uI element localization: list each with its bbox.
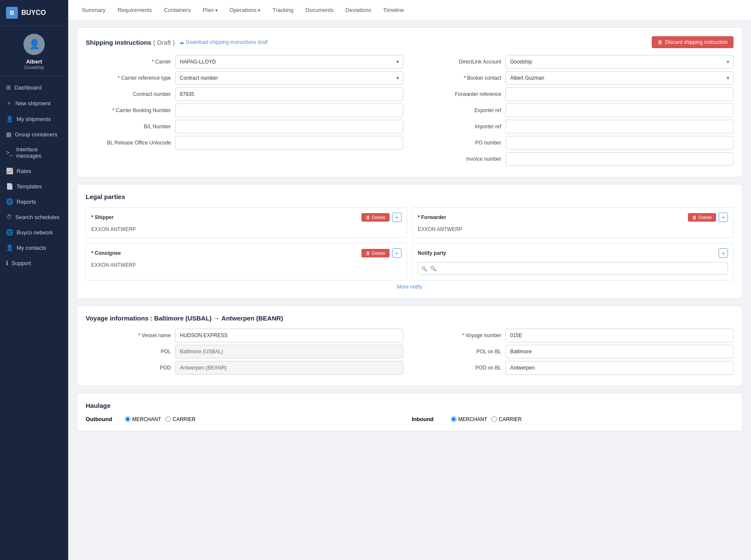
voyage-right-col: * Voyage number POL on BL POD on BL (416, 329, 734, 377)
sidebar-item-label: Support (12, 260, 31, 266)
exporter-ref-label: Exporter ref (416, 107, 501, 113)
outbound-radio-group: MERCHANT CARRIER (125, 416, 196, 422)
pol-input[interactable] (175, 345, 403, 358)
sidebar-item-label: Group containers (15, 131, 58, 138)
outbound-haulage: Outbound MERCHANT CARRIER (86, 416, 407, 422)
logo-area: B BUYCO (0, 0, 68, 26)
shipping-instructions-card: Shipping instructions ( Draft ) Download… (77, 27, 742, 177)
sidebar-item-buyco-network[interactable]: 🌐 Buyco network (0, 225, 68, 240)
inbound-carrier-option[interactable]: CARRIER (491, 416, 522, 422)
shipping-instructions-title: Shipping instructions ( Draft ) (86, 39, 175, 46)
carrier-booking-input[interactable] (175, 104, 403, 117)
voyage-number-label: * Voyage number (416, 332, 501, 338)
sidebar-item-interface-messages[interactable]: >_ Interface messages (0, 142, 68, 163)
form-right-col: DirectLink Account Goodship * Booker con… (416, 55, 734, 168)
shipper-delete-button[interactable]: 🗑 Delete (361, 213, 390, 222)
more-notify-link[interactable]: More notify (86, 280, 734, 290)
invoice-number-input[interactable] (505, 152, 734, 166)
inbound-haulage: Inbound MERCHANT CARRIER (412, 416, 734, 422)
booker-contact-select[interactable]: Albert Guzman (505, 71, 734, 85)
outbound-merchant-radio[interactable] (125, 416, 130, 422)
tab-timeline[interactable]: Timeline (378, 4, 409, 16)
terminal-icon: >_ (6, 149, 13, 156)
tab-deviations[interactable]: Deviations (340, 4, 376, 16)
forwarder-ref-label: Forwarder reference (416, 91, 501, 97)
inbound-merchant-radio[interactable] (451, 416, 456, 422)
legal-parties-card: Legal parties * Shipper 🗑 Delete + (77, 184, 742, 299)
forwarder-title: * Forwarder (418, 214, 446, 220)
bl-release-input[interactable] (175, 136, 403, 150)
tab-tracking[interactable]: Tracking (267, 4, 298, 16)
carrier-booking-label: * Carrier Booking Number (86, 107, 171, 113)
pod-input[interactable] (175, 361, 403, 375)
sidebar-item-group-containers[interactable]: ▦ Group containers (0, 127, 68, 142)
exporter-ref-input[interactable] (505, 104, 734, 117)
forwarder-delete-button[interactable]: 🗑 Delete (688, 213, 716, 222)
consignee-delete-button[interactable]: 🗑 Delete (361, 249, 390, 257)
outbound-carrier-option[interactable]: CARRIER (165, 416, 196, 422)
contract-number-label: Contract number (86, 91, 171, 97)
carrier-label: * Carrier (86, 59, 171, 65)
tab-plan[interactable]: Plan (197, 4, 222, 16)
sidebar-item-search-schedules[interactable]: ⏱ Search schedules (0, 209, 68, 225)
tab-summary[interactable]: Summary (77, 4, 111, 16)
haulage-card: Haulage Outbound MERCHANT CARRIER (77, 393, 742, 431)
po-number-row: PO number (416, 136, 734, 150)
forwarder-card: * Forwarder 🗑 Delete + EXXON ANTWERP (412, 207, 734, 238)
main-content: Summary Requirements Containers Plan Ope… (68, 0, 751, 560)
bl-number-label: B/L Number (86, 124, 171, 130)
tab-requirements[interactable]: Requirements (113, 4, 157, 16)
importer-ref-input[interactable] (505, 120, 734, 133)
booker-contact-select-wrapper: Albert Guzman (505, 71, 734, 85)
forwarder-ref-input[interactable] (505, 87, 734, 101)
pol-on-bl-input[interactable] (505, 345, 734, 358)
po-number-input[interactable] (505, 136, 734, 150)
pod-on-bl-input[interactable] (505, 361, 734, 375)
bl-number-row: B/L Number (86, 120, 403, 133)
shipper-value: EXXON ANTWERP (91, 226, 401, 232)
download-draft-link[interactable]: Download shipping instructions draft (179, 39, 268, 45)
contract-number-input[interactable] (175, 87, 403, 101)
template-icon: 📄 (6, 183, 13, 190)
sidebar-item-reports[interactable]: 🌐 Reports (0, 194, 68, 209)
vessel-name-input[interactable] (175, 329, 403, 342)
vessel-name-row: * Vessel name (86, 329, 403, 342)
sidebar: B BUYCO 👤 Albert Goodship ⊞ Dashboard ＋ … (0, 0, 68, 560)
sidebar-item-my-contacts[interactable]: 👤 My contacts (0, 240, 68, 255)
voyage-number-input[interactable] (505, 329, 734, 342)
directlink-select[interactable]: Goodship (505, 55, 734, 69)
sidebar-item-support[interactable]: ℹ Support (0, 255, 68, 271)
pol-row: POL (86, 345, 403, 358)
sidebar-item-new-shipment[interactable]: ＋ New shipment (0, 95, 68, 111)
notify-party-add-button[interactable]: + (719, 248, 728, 258)
sidebar-item-rates[interactable]: 📈 Rates (0, 163, 68, 179)
discard-button[interactable]: 🗑 Discard shipping instruction (652, 36, 734, 48)
sidebar-item-my-shipments[interactable]: 👤 My shipments (0, 111, 68, 127)
trash-icon: 🗑 (366, 251, 370, 256)
sidebar-item-label: Rates (17, 168, 31, 174)
shipper-add-button[interactable]: + (392, 213, 401, 222)
exporter-ref-row: Exporter ref (416, 104, 734, 117)
pol-on-bl-row: POL on BL (416, 345, 734, 358)
sidebar-item-label: New shipment (15, 100, 50, 107)
sidebar-item-templates[interactable]: 📄 Templates (0, 179, 68, 194)
tab-operations[interactable]: Operations (225, 4, 266, 16)
tab-containers[interactable]: Containers (159, 4, 196, 16)
carrier-ref-type-select[interactable]: Contract number (175, 71, 403, 85)
tab-documents[interactable]: Documents (300, 4, 339, 16)
notify-party-header: Notify party + (418, 248, 728, 258)
outbound-merchant-option[interactable]: MERCHANT (125, 416, 161, 422)
carrier-select[interactable]: HAPAG-LLOYD (175, 55, 403, 69)
trash-icon: 🗑 (366, 215, 370, 220)
inbound-carrier-radio[interactable] (491, 416, 497, 422)
outbound-carrier-label: CARRIER (173, 416, 196, 422)
bl-number-input[interactable] (175, 120, 403, 133)
sidebar-item-dashboard[interactable]: ⊞ Dashboard (0, 80, 68, 95)
outbound-carrier-radio[interactable] (165, 416, 171, 422)
inbound-merchant-option[interactable]: MERCHANT (451, 416, 487, 422)
consignee-add-button[interactable]: + (392, 248, 401, 258)
sidebar-nav: ⊞ Dashboard ＋ New shipment 👤 My shipment… (0, 76, 68, 560)
directlink-select-wrapper: Goodship (505, 55, 734, 69)
notify-party-search-input[interactable] (418, 262, 728, 275)
forwarder-add-button[interactable]: + (719, 213, 728, 222)
